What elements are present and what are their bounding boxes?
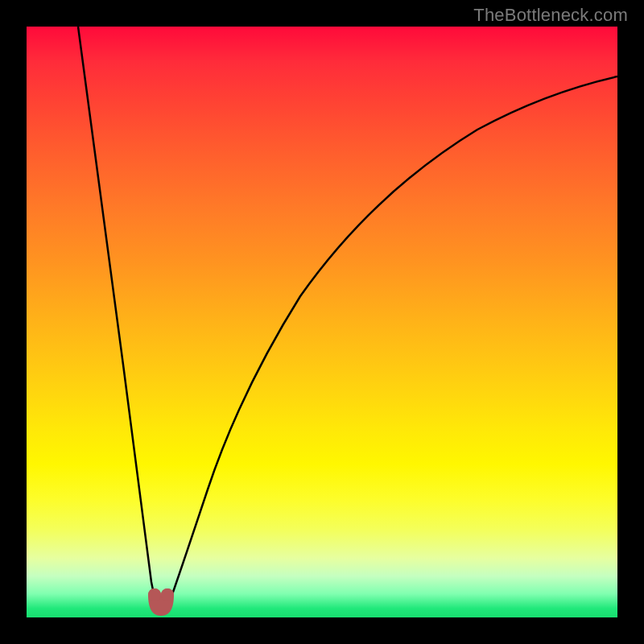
bottleneck-curve: [78, 27, 617, 608]
watermark-text: TheBottleneck.com: [473, 5, 628, 26]
marker-dot-left: [148, 588, 161, 601]
curve-layer: [27, 27, 617, 617]
plot-area: [27, 27, 617, 617]
chart-frame: TheBottleneck.com: [0, 0, 644, 644]
marker-dot-right: [161, 588, 174, 601]
